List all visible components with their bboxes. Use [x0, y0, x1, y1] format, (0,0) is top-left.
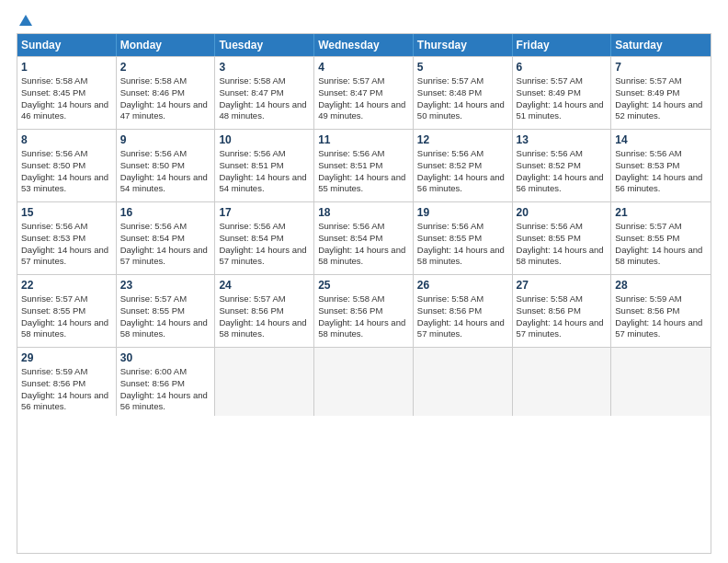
- calendar-cell-empty-6: [611, 348, 711, 416]
- cell-date-1: 1: [21, 61, 112, 74]
- calendar-cell-15: 15Sunrise: 5:56 AMSunset: 8:53 PMDayligh…: [17, 202, 117, 274]
- calendar-cell-17: 17Sunrise: 5:56 AMSunset: 8:54 PMDayligh…: [215, 202, 314, 274]
- cell-date-23: 23: [120, 279, 211, 292]
- cell-info-8: Sunrise: 5:56 AMSunset: 8:50 PMDaylight:…: [21, 148, 112, 195]
- cell-info-17: Sunrise: 5:56 AMSunset: 8:54 PMDaylight:…: [219, 221, 310, 268]
- cell-date-30: 30: [120, 351, 211, 364]
- calendar-cell-22: 22Sunrise: 5:57 AMSunset: 8:55 PMDayligh…: [17, 275, 117, 347]
- cell-date-8: 8: [21, 133, 112, 146]
- cell-date-10: 10: [219, 133, 310, 146]
- calendar-cell-13: 13Sunrise: 5:56 AMSunset: 8:52 PMDayligh…: [513, 130, 612, 201]
- calendar-cell-3: 3Sunrise: 5:58 AMSunset: 8:47 PMDaylight…: [215, 57, 314, 129]
- cell-info-21: Sunrise: 5:57 AMSunset: 8:55 PMDaylight:…: [615, 221, 707, 268]
- cell-info-30: Sunrise: 6:00 AMSunset: 8:56 PMDaylight:…: [120, 366, 211, 413]
- cell-info-28: Sunrise: 5:59 AMSunset: 8:56 PMDaylight:…: [615, 293, 707, 340]
- cell-date-26: 26: [417, 279, 508, 292]
- calendar-cell-9: 9Sunrise: 5:56 AMSunset: 8:50 PMDaylight…: [117, 130, 216, 201]
- day-header-saturday: Saturday: [611, 34, 711, 56]
- calendar-cell-2: 2Sunrise: 5:58 AMSunset: 8:46 PMDaylight…: [117, 57, 216, 129]
- cell-info-25: Sunrise: 5:58 AMSunset: 8:56 PMDaylight:…: [318, 293, 409, 340]
- cell-info-10: Sunrise: 5:56 AMSunset: 8:51 PMDaylight:…: [219, 148, 310, 195]
- cell-date-25: 25: [318, 279, 409, 292]
- page: SundayMondayTuesdayWednesdayThursdayFrid…: [0, 0, 728, 563]
- calendar-cell-14: 14Sunrise: 5:56 AMSunset: 8:53 PMDayligh…: [611, 130, 711, 201]
- day-header-tuesday: Tuesday: [215, 34, 314, 56]
- cell-date-12: 12: [417, 133, 508, 146]
- calendar-cell-23: 23Sunrise: 5:57 AMSunset: 8:55 PMDayligh…: [117, 275, 216, 347]
- cell-info-13: Sunrise: 5:56 AMSunset: 8:52 PMDaylight:…: [517, 148, 608, 195]
- cell-date-15: 15: [21, 206, 112, 219]
- cell-date-13: 13: [517, 133, 608, 146]
- cell-info-12: Sunrise: 5:56 AMSunset: 8:52 PMDaylight:…: [417, 148, 508, 195]
- cell-info-5: Sunrise: 5:57 AMSunset: 8:48 PMDaylight:…: [417, 75, 508, 122]
- calendar-row-4: 22Sunrise: 5:57 AMSunset: 8:55 PMDayligh…: [17, 274, 711, 347]
- calendar-cell-10: 10Sunrise: 5:56 AMSunset: 8:51 PMDayligh…: [215, 130, 314, 201]
- calendar-row-3: 15Sunrise: 5:56 AMSunset: 8:53 PMDayligh…: [17, 201, 711, 274]
- cell-date-19: 19: [417, 206, 508, 219]
- calendar-cell-26: 26Sunrise: 5:58 AMSunset: 8:56 PMDayligh…: [414, 275, 513, 347]
- calendar-row-2: 8Sunrise: 5:56 AMSunset: 8:50 PMDaylight…: [17, 129, 711, 201]
- calendar-cell-18: 18Sunrise: 5:56 AMSunset: 8:54 PMDayligh…: [314, 202, 414, 274]
- cell-info-29: Sunrise: 5:59 AMSunset: 8:56 PMDaylight:…: [21, 366, 112, 413]
- cell-info-19: Sunrise: 5:56 AMSunset: 8:55 PMDaylight:…: [417, 221, 508, 268]
- cell-info-27: Sunrise: 5:58 AMSunset: 8:56 PMDaylight:…: [517, 293, 608, 340]
- day-header-monday: Monday: [117, 34, 216, 56]
- cell-info-22: Sunrise: 5:57 AMSunset: 8:55 PMDaylight:…: [21, 293, 112, 340]
- calendar-cell-6: 6Sunrise: 5:57 AMSunset: 8:49 PMDaylight…: [513, 57, 612, 129]
- calendar-cell-12: 12Sunrise: 5:56 AMSunset: 8:52 PMDayligh…: [414, 130, 513, 201]
- cell-info-11: Sunrise: 5:56 AMSunset: 8:51 PMDaylight:…: [318, 148, 409, 195]
- calendar-cell-4: 4Sunrise: 5:57 AMSunset: 8:47 PMDaylight…: [314, 57, 414, 129]
- cell-info-23: Sunrise: 5:57 AMSunset: 8:55 PMDaylight:…: [120, 293, 211, 340]
- calendar-cell-11: 11Sunrise: 5:56 AMSunset: 8:51 PMDayligh…: [314, 130, 414, 201]
- logo-icon: [17, 13, 34, 29]
- calendar-cell-25: 25Sunrise: 5:58 AMSunset: 8:56 PMDayligh…: [314, 275, 414, 347]
- calendar-cell-8: 8Sunrise: 5:56 AMSunset: 8:50 PMDaylight…: [17, 130, 117, 201]
- calendar-cell-16: 16Sunrise: 5:56 AMSunset: 8:54 PMDayligh…: [117, 202, 216, 274]
- cell-date-4: 4: [318, 61, 409, 74]
- calendar-cell-empty-5: [513, 348, 612, 416]
- cell-info-16: Sunrise: 5:56 AMSunset: 8:54 PMDaylight:…: [120, 221, 211, 268]
- svg-marker-0: [19, 15, 32, 26]
- calendar-cell-5: 5Sunrise: 5:57 AMSunset: 8:48 PMDaylight…: [414, 57, 513, 129]
- day-header-friday: Friday: [513, 34, 612, 56]
- cell-date-17: 17: [219, 206, 310, 219]
- cell-info-6: Sunrise: 5:57 AMSunset: 8:49 PMDaylight:…: [517, 75, 608, 122]
- calendar-cell-1: 1Sunrise: 5:58 AMSunset: 8:45 PMDaylight…: [17, 57, 117, 129]
- cell-info-1: Sunrise: 5:58 AMSunset: 8:45 PMDaylight:…: [21, 75, 112, 122]
- cell-info-15: Sunrise: 5:56 AMSunset: 8:53 PMDaylight:…: [21, 221, 112, 268]
- day-header-wednesday: Wednesday: [314, 34, 414, 56]
- calendar-cell-30: 30Sunrise: 6:00 AMSunset: 8:56 PMDayligh…: [117, 348, 216, 416]
- day-header-sunday: Sunday: [17, 34, 117, 56]
- cell-date-3: 3: [219, 61, 310, 74]
- cell-info-2: Sunrise: 5:58 AMSunset: 8:46 PMDaylight:…: [120, 75, 211, 122]
- cell-date-22: 22: [21, 279, 112, 292]
- cell-info-26: Sunrise: 5:58 AMSunset: 8:56 PMDaylight:…: [417, 293, 508, 340]
- calendar-cell-empty-4: [414, 348, 513, 416]
- cell-date-5: 5: [417, 61, 508, 74]
- cell-date-29: 29: [21, 351, 112, 364]
- calendar-cell-21: 21Sunrise: 5:57 AMSunset: 8:55 PMDayligh…: [611, 202, 711, 274]
- cell-date-7: 7: [615, 61, 707, 74]
- cell-date-20: 20: [517, 206, 608, 219]
- cell-date-9: 9: [120, 133, 211, 146]
- calendar-cell-20: 20Sunrise: 5:56 AMSunset: 8:55 PMDayligh…: [513, 202, 612, 274]
- cell-info-14: Sunrise: 5:56 AMSunset: 8:53 PMDaylight:…: [615, 148, 707, 195]
- cell-info-4: Sunrise: 5:57 AMSunset: 8:47 PMDaylight:…: [318, 75, 409, 122]
- cell-date-21: 21: [615, 206, 707, 219]
- cell-date-18: 18: [318, 206, 409, 219]
- cell-info-3: Sunrise: 5:58 AMSunset: 8:47 PMDaylight:…: [219, 75, 310, 122]
- calendar-cell-27: 27Sunrise: 5:58 AMSunset: 8:56 PMDayligh…: [513, 275, 612, 347]
- calendar: SundayMondayTuesdayWednesdayThursdayFrid…: [17, 33, 711, 554]
- cell-date-11: 11: [318, 133, 409, 146]
- calendar-cell-24: 24Sunrise: 5:57 AMSunset: 8:56 PMDayligh…: [215, 275, 314, 347]
- cell-date-6: 6: [517, 61, 608, 74]
- logo: [17, 13, 35, 26]
- calendar-row-1: 1Sunrise: 5:58 AMSunset: 8:45 PMDaylight…: [17, 56, 711, 129]
- day-header-thursday: Thursday: [414, 34, 513, 56]
- calendar-cell-29: 29Sunrise: 5:59 AMSunset: 8:56 PMDayligh…: [17, 348, 117, 416]
- cell-info-9: Sunrise: 5:56 AMSunset: 8:50 PMDaylight:…: [120, 148, 211, 195]
- calendar-header: SundayMondayTuesdayWednesdayThursdayFrid…: [17, 34, 711, 56]
- cell-info-24: Sunrise: 5:57 AMSunset: 8:56 PMDaylight:…: [219, 293, 310, 340]
- cell-date-2: 2: [120, 61, 211, 74]
- calendar-body: 1Sunrise: 5:58 AMSunset: 8:45 PMDaylight…: [17, 56, 711, 416]
